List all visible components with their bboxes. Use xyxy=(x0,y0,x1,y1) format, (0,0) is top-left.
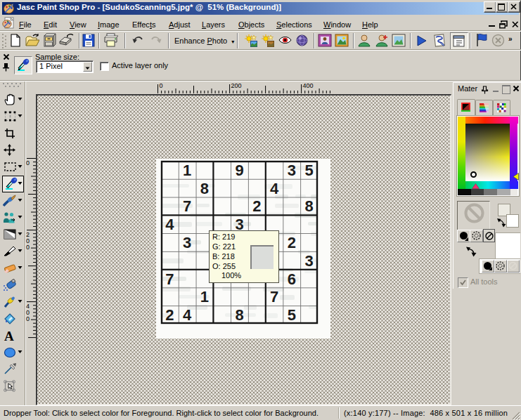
svg-text:5: 5 xyxy=(304,162,313,179)
svg-text:0: 0 xyxy=(160,82,163,89)
svg-text:1: 1 xyxy=(200,288,209,306)
svg-text:3: 3 xyxy=(183,234,191,251)
svg-text:8: 8 xyxy=(304,197,313,215)
svg-text:2: 2 xyxy=(165,306,174,324)
svg-text:9: 9 xyxy=(235,162,243,179)
svg-text:4: 4 xyxy=(165,216,174,233)
svg-text:2: 2 xyxy=(252,197,261,215)
svg-text:7: 7 xyxy=(183,197,191,215)
svg-text:5: 5 xyxy=(288,306,296,324)
svg-text:1: 1 xyxy=(183,162,191,179)
svg-text:4: 4 xyxy=(183,306,192,324)
svg-text:6: 6 xyxy=(288,270,296,288)
svg-text:4: 4 xyxy=(270,180,279,197)
svg-text:2: 2 xyxy=(288,234,296,251)
svg-text:400: 400 xyxy=(303,82,314,89)
svg-text:7: 7 xyxy=(270,288,278,306)
svg-text:200: 200 xyxy=(231,82,242,89)
svg-text:0: 0 xyxy=(26,159,30,166)
svg-text:3: 3 xyxy=(288,162,296,179)
svg-text:3: 3 xyxy=(304,252,313,270)
svg-text:400: 400 xyxy=(26,303,30,322)
svg-text:8: 8 xyxy=(200,180,209,197)
svg-text:200: 200 xyxy=(26,231,30,251)
svg-text:8: 8 xyxy=(235,306,243,324)
svg-text:7: 7 xyxy=(165,270,174,288)
